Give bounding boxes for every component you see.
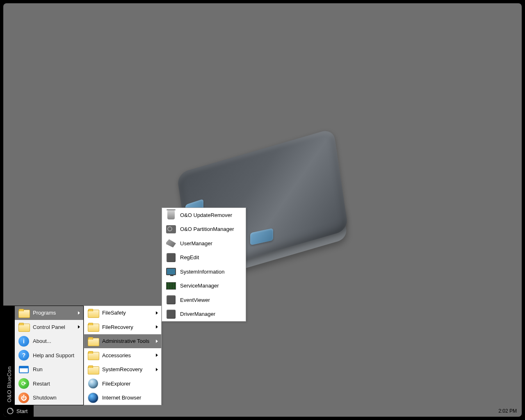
menu-item-label: ServiceManager — [180, 283, 242, 289]
folder-icon — [88, 351, 98, 359]
admin-tools-item-servicemanager[interactable]: ServiceManager — [162, 279, 246, 293]
menu-item-label: RegEdit — [180, 254, 242, 260]
menu-item-label: UserManager — [180, 240, 242, 247]
menu-item-label: FileRecovery — [102, 324, 156, 330]
start-item-about-[interactable]: iAbout... — [15, 334, 83, 349]
menu-item-label: Help and Support — [33, 352, 80, 358]
menu-item-label: About... — [33, 338, 80, 344]
restart-icon: ⟳ — [18, 378, 29, 389]
start-item-control-panel[interactable]: Control Panel — [15, 320, 83, 334]
programs-submenu: FileSafetyFileRecoveryAdministrative Too… — [84, 306, 162, 406]
start-menu-brand-strip: O&O BlueCon — [3, 306, 15, 405]
menu-item-label: FileExplorer — [102, 381, 158, 387]
start-button[interactable]: Start — [3, 405, 33, 417]
admin-tools-submenu: O&O UpdateRemoverO&O PartitionManagerUse… — [162, 208, 246, 322]
disk-icon — [166, 225, 176, 233]
tool-icon — [167, 310, 176, 319]
menu-item-label: Programs — [33, 310, 78, 316]
admin-tools-item-o-o-partitionmanager[interactable]: O&O PartitionManager — [162, 222, 246, 237]
programs-item-accessories[interactable]: Accessories — [84, 348, 161, 363]
menu-item-label: FileSafety — [102, 310, 156, 316]
admin-tools-item-o-o-updateremover[interactable]: O&O UpdateRemover — [162, 208, 246, 222]
start-item-programs[interactable]: Programs — [15, 306, 83, 320]
folder-icon — [88, 309, 98, 317]
taskbar-clock: 2:02 PM — [493, 405, 522, 417]
folder-icon — [88, 365, 98, 374]
menu-item-label: EventViewer — [180, 297, 242, 303]
admin-tools-item-drivermanager[interactable]: DriverManager — [162, 307, 246, 322]
admin-tools-item-regedit[interactable]: RegEdit — [162, 251, 246, 265]
programs-item-administrative-tools[interactable]: Administrative Tools — [84, 334, 161, 349]
info-icon: i — [18, 336, 29, 347]
start-item-shutdown[interactable]: ⏻Shutdown — [15, 391, 83, 405]
chip-icon — [166, 282, 176, 290]
menu-item-label: SystemRecovery — [102, 366, 156, 372]
start-menu: O&O BlueCon ProgramsControl PaneliAbout.… — [3, 306, 84, 406]
admin-tools-item-eventviewer[interactable]: EventViewer — [162, 293, 246, 307]
programs-item-fileexplorer[interactable]: FileExplorer — [84, 377, 161, 391]
start-item-restart[interactable]: ⟳Restart — [15, 377, 83, 391]
trash-icon — [167, 210, 175, 219]
folder-icon — [18, 309, 29, 317]
globe-icon — [88, 379, 98, 388]
svg-point-0 — [7, 408, 13, 414]
programs-item-filesafety[interactable]: FileSafety — [84, 306, 161, 320]
submenu-arrow-icon — [156, 311, 158, 315]
submenu-arrow-icon — [156, 354, 158, 357]
folder-icon — [88, 337, 98, 345]
keys-icon — [166, 239, 176, 247]
menu-item-label: Restart — [33, 381, 80, 387]
tool-icon — [167, 253, 176, 262]
menu-item-label: Shutdown — [33, 395, 80, 401]
admin-tools-item-usermanager[interactable]: UserManager — [162, 236, 246, 251]
menu-item-label: Accessories — [102, 352, 156, 358]
start-item-run[interactable]: Run — [15, 363, 83, 377]
start-swirl-icon — [7, 407, 14, 415]
tool-icon — [167, 295, 176, 304]
start-label: Start — [16, 408, 27, 414]
taskbar-spacer — [34, 405, 493, 417]
menu-item-label: SystemInformation — [180, 269, 242, 275]
folder-icon — [18, 323, 29, 331]
programs-item-internet-browser[interactable]: Internet Browser — [84, 391, 161, 405]
folder-icon — [88, 323, 98, 331]
menu-item-label: O&O UpdateRemover — [180, 212, 242, 218]
desktop[interactable]: O&O BlueCon ProgramsControl PaneliAbout.… — [3, 3, 522, 417]
menu-item-label: Run — [33, 366, 80, 372]
submenu-arrow-icon — [156, 325, 158, 329]
submenu-arrow-icon — [156, 368, 158, 371]
start-item-help-and-support[interactable]: ?Help and Support — [15, 348, 83, 363]
globe-blue-icon — [88, 393, 98, 403]
window-icon — [19, 366, 29, 373]
submenu-arrow-icon — [78, 311, 80, 315]
menu-item-label: Administrative Tools — [102, 338, 156, 344]
menu-item-label: Internet Browser — [102, 395, 158, 401]
admin-tools-item-systeminformation[interactable]: SystemInformation — [162, 265, 246, 279]
programs-item-systemrecovery[interactable]: SystemRecovery — [84, 363, 161, 377]
menu-item-label: DriverManager — [180, 311, 242, 317]
programs-item-filerecovery[interactable]: FileRecovery — [84, 320, 161, 334]
menu-item-label: Control Panel — [33, 324, 78, 330]
submenu-arrow-icon — [78, 325, 80, 329]
monitor-icon — [166, 268, 176, 275]
taskbar: Start 2:02 PM — [3, 405, 522, 417]
brand-label: O&O BlueCon — [6, 366, 12, 402]
power-icon: ⏻ — [18, 393, 29, 403]
menu-item-label: O&O PartitionManager — [180, 226, 242, 232]
submenu-arrow-icon — [156, 340, 158, 343]
help-icon: ? — [18, 350, 29, 361]
